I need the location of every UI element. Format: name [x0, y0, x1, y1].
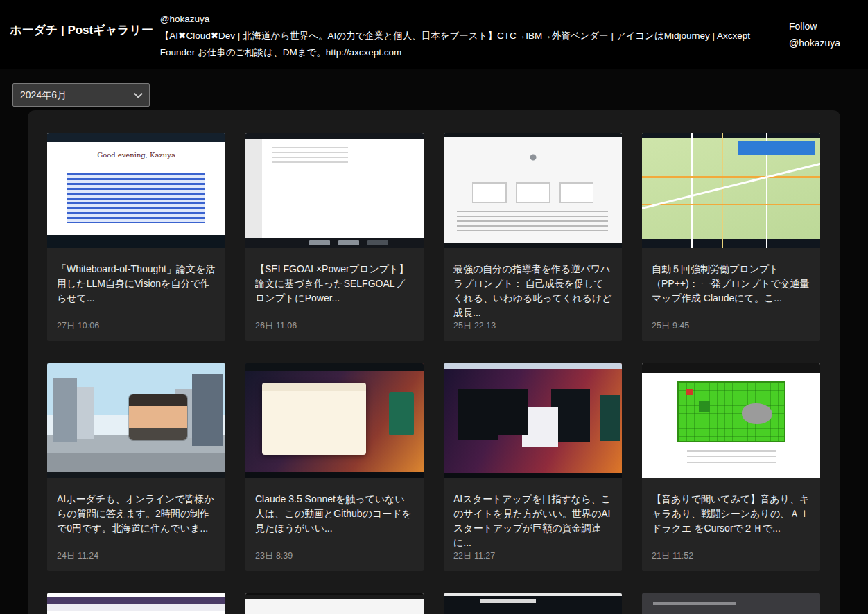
post-caption: 自動５回強制労働プロンプト（PP++)： 一発プロンプトで交通量マップ作成 Cl… — [652, 262, 810, 306]
post-caption-area: 自動５回強制労働プロンプト（PP++)： 一発プロンプトで交通量マップ作成 Cl… — [642, 248, 820, 341]
gallery-panel: Good evening, Kazuya 「Whiteboard-of-Thou… — [28, 110, 840, 614]
post-card[interactable]: 【SELFGOAL×Powerプロンプト】論文に基づき作ったSELFGOALプロ… — [245, 133, 424, 341]
post-thumbnail — [642, 133, 820, 248]
post-timestamp: 21日 11:52 — [652, 550, 810, 562]
post-caption-area: 【SELFGOAL×Powerプロンプト】論文に基づき作ったSELFGOALプロ… — [245, 248, 424, 341]
post-thumbnail — [47, 593, 225, 614]
post-caption: 最強の自分の指導者を作る逆パワハラプロンプト： 自己成長を促してくれる、いわゆる… — [453, 262, 612, 320]
post-thumbnail — [444, 363, 622, 478]
post-timestamp: 27日 10:06 — [57, 320, 216, 332]
page-title: ホーダチ | Postギャラリー — [10, 22, 153, 38]
thumb-greeting-text: Good evening, Kazuya — [47, 151, 225, 159]
month-select[interactable]: 2024年6月 — [12, 83, 150, 107]
post-card[interactable] — [444, 593, 622, 614]
post-caption: 「Whiteboard-of-Thought」論文を活用したLLM自身にVisi… — [57, 262, 216, 306]
post-thumbnail — [642, 363, 820, 478]
post-thumbnail — [245, 593, 424, 614]
post-caption-area: 最強の自分の指導者を作る逆パワハラプロンプト： 自己成長を促してくれる、いわゆる… — [444, 248, 622, 341]
filter-row: 2024年6月 — [0, 69, 868, 108]
profile-bio: 【AI✖Cloud✖Dev | 北海道から世界へ。AIの力で企業と個人、日本をブ… — [160, 28, 788, 61]
post-timestamp: 25日 9:45 — [652, 320, 810, 332]
post-caption: AIホーダチも、オンラインで皆様からの質問に答えます。2時間の制作で0円です。北… — [57, 492, 216, 536]
post-thumbnail — [47, 363, 225, 478]
post-thumbnail — [444, 593, 622, 614]
post-caption: 【音ありで聞いてみて】音あり、キャラあり、戦闘シーンありの、ＡＩドラクエ をCu… — [652, 492, 810, 536]
follow-link[interactable]: Follow @hokazuya — [789, 18, 854, 51]
post-thumbnail — [245, 363, 424, 478]
header: ホーダチ | Postギャラリー @hokazuya 【AI✖Cloud✖Dev… — [0, 0, 868, 69]
post-card[interactable]: 【音ありで聞いてみて】音あり、キャラあり、戦闘シーンありの、ＡＩドラクエ をCu… — [642, 363, 820, 571]
post-caption-area: AIスタートアップを目指すなら、このサイトを見た方がいい。世界のAIスタートアッ… — [444, 478, 622, 571]
post-card[interactable]: 自動５回強制労働プロンプト（PP++)： 一発プロンプトで交通量マップ作成 Cl… — [642, 133, 820, 341]
post-card[interactable]: AIホーダチも、オンラインで皆様からの質問に答えます。2時間の制作で0円です。北… — [47, 363, 225, 571]
post-card[interactable] — [245, 593, 424, 614]
profile-handle: @hokazuya — [160, 11, 788, 28]
post-timestamp: 25日 22:13 — [453, 320, 612, 332]
post-card[interactable]: Good evening, Kazuya 「Whiteboard-of-Thou… — [47, 133, 225, 341]
post-card[interactable]: 最強の自分の指導者を作る逆パワハラプロンプト： 自己成長を促してくれる、いわゆる… — [444, 133, 622, 341]
post-timestamp: 26日 11:06 — [255, 320, 414, 332]
post-card[interactable]: AIスタートアップを目指すなら、このサイトを見た方がいい。世界のAIスタートアッ… — [444, 363, 622, 571]
post-caption: 【SELFGOAL×Powerプロンプト】論文に基づき作ったSELFGOALプロ… — [255, 262, 414, 306]
post-caption-area: 【音ありで聞いてみて】音あり、キャラあり、戦闘シーンありの、ＡＩドラクエ をCu… — [642, 478, 820, 571]
post-caption: AIスタートアップを目指すなら、このサイトを見た方がいい。世界のAIスタートアッ… — [453, 492, 612, 550]
post-card[interactable]: Claude 3.5 Sonnetを触っていない人は、この動画とGithubのコ… — [245, 363, 424, 571]
post-thumbnail: Good evening, Kazuya — [47, 133, 225, 248]
profile-bio-block: @hokazuya 【AI✖Cloud✖Dev | 北海道から世界へ。AIの力で… — [153, 7, 788, 61]
post-caption: Claude 3.5 Sonnetを触っていない人は、この動画とGithubのコ… — [255, 492, 414, 536]
post-caption-area: Claude 3.5 Sonnetを触っていない人は、この動画とGithubのコ… — [245, 478, 424, 571]
post-caption-area: 「Whiteboard-of-Thought」論文を活用したLLM自身にVisi… — [47, 248, 225, 341]
post-timestamp: 24日 11:24 — [57, 550, 216, 562]
post-timestamp: 23日 8:39 — [255, 550, 414, 562]
post-grid: Good evening, Kazuya 「Whiteboard-of-Thou… — [28, 110, 840, 614]
post-thumbnail — [245, 133, 424, 248]
post-thumbnail — [444, 133, 622, 248]
post-timestamp: 22日 11:27 — [453, 550, 612, 562]
post-card[interactable] — [642, 593, 820, 614]
post-caption-area: AIホーダチも、オンラインで皆様からの質問に答えます。2時間の制作で0円です。北… — [47, 478, 225, 571]
month-filter: 2024年6月 — [12, 83, 150, 107]
post-thumbnail — [642, 593, 820, 614]
post-card[interactable] — [47, 593, 225, 614]
